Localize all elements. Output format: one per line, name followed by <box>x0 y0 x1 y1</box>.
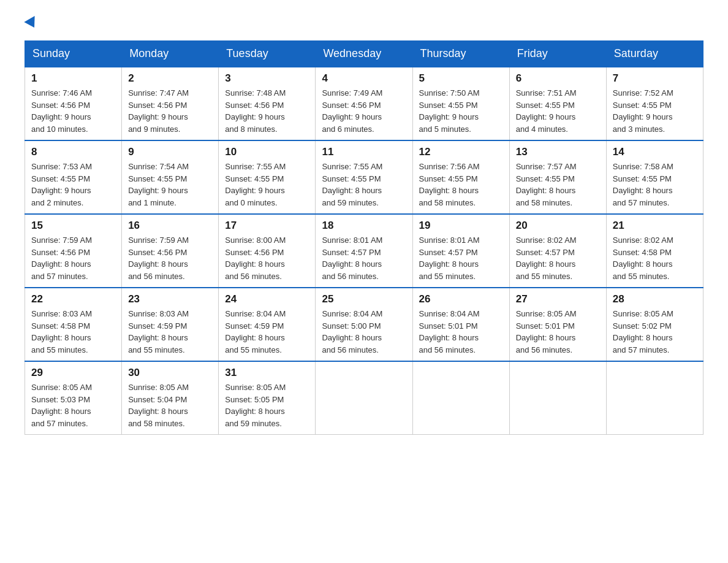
day-number: 25 <box>322 293 406 305</box>
day-info: Sunrise: 7:52 AMSunset: 4:55 PMDaylight:… <box>613 87 697 135</box>
day-info: Sunrise: 8:03 AMSunset: 4:59 PMDaylight:… <box>128 308 212 356</box>
calendar-cell: 16Sunrise: 7:59 AMSunset: 4:56 PMDayligh… <box>122 214 219 288</box>
day-number: 18 <box>322 220 406 232</box>
day-number: 11 <box>322 146 406 158</box>
calendar-cell: 27Sunrise: 8:05 AMSunset: 5:01 PMDayligh… <box>509 288 606 361</box>
day-number: 3 <box>225 72 309 85</box>
day-info: Sunrise: 7:51 AMSunset: 4:55 PMDaylight:… <box>516 87 600 135</box>
day-info: Sunrise: 8:01 AMSunset: 4:57 PMDaylight:… <box>419 234 503 282</box>
day-number: 20 <box>516 220 600 232</box>
day-info: Sunrise: 8:02 AMSunset: 4:57 PMDaylight:… <box>516 234 600 282</box>
day-info: Sunrise: 7:55 AMSunset: 4:55 PMDaylight:… <box>225 161 309 209</box>
day-info: Sunrise: 8:03 AMSunset: 4:58 PMDaylight:… <box>31 308 115 356</box>
day-info: Sunrise: 8:01 AMSunset: 4:57 PMDaylight:… <box>322 234 406 282</box>
page-header <box>25 18 703 28</box>
logo-triangle-icon <box>24 16 39 31</box>
day-info: Sunrise: 8:05 AMSunset: 5:05 PMDaylight:… <box>225 381 309 429</box>
calendar-cell: 30Sunrise: 8:05 AMSunset: 5:04 PMDayligh… <box>122 361 219 435</box>
calendar-cell: 26Sunrise: 8:04 AMSunset: 5:01 PMDayligh… <box>412 288 509 361</box>
week-row-4: 22Sunrise: 8:03 AMSunset: 4:58 PMDayligh… <box>25 288 703 361</box>
day-info: Sunrise: 8:05 AMSunset: 5:02 PMDaylight:… <box>613 308 697 356</box>
day-info: Sunrise: 8:00 AMSunset: 4:56 PMDaylight:… <box>225 234 309 282</box>
calendar-cell: 3Sunrise: 7:48 AMSunset: 4:56 PMDaylight… <box>219 67 316 140</box>
week-row-5: 29Sunrise: 8:05 AMSunset: 5:03 PMDayligh… <box>25 361 703 435</box>
day-number: 12 <box>419 146 503 158</box>
day-number: 21 <box>613 220 697 232</box>
calendar-cell: 2Sunrise: 7:47 AMSunset: 4:56 PMDaylight… <box>122 67 219 140</box>
calendar-cell: 7Sunrise: 7:52 AMSunset: 4:55 PMDaylight… <box>606 67 703 140</box>
calendar-cell: 18Sunrise: 8:01 AMSunset: 4:57 PMDayligh… <box>316 214 412 288</box>
day-number: 2 <box>128 72 212 85</box>
calendar-cell: 12Sunrise: 7:56 AMSunset: 4:55 PMDayligh… <box>412 140 509 214</box>
day-number: 30 <box>128 367 212 379</box>
week-row-2: 8Sunrise: 7:53 AMSunset: 4:55 PMDaylight… <box>25 140 703 214</box>
calendar-cell: 5Sunrise: 7:50 AMSunset: 4:55 PMDaylight… <box>412 67 509 140</box>
calendar-cell: 24Sunrise: 8:04 AMSunset: 4:59 PMDayligh… <box>219 288 316 361</box>
calendar-cell: 29Sunrise: 8:05 AMSunset: 5:03 PMDayligh… <box>25 361 122 435</box>
day-number: 15 <box>31 220 115 232</box>
day-info: Sunrise: 7:46 AMSunset: 4:56 PMDaylight:… <box>31 87 115 135</box>
day-number: 16 <box>128 220 212 232</box>
day-info: Sunrise: 8:04 AMSunset: 5:00 PMDaylight:… <box>322 308 406 356</box>
calendar-cell: 14Sunrise: 7:58 AMSunset: 4:55 PMDayligh… <box>606 140 703 214</box>
day-number: 24 <box>225 293 309 305</box>
day-number: 28 <box>613 293 697 305</box>
calendar-cell: 20Sunrise: 8:02 AMSunset: 4:57 PMDayligh… <box>509 214 606 288</box>
calendar-cell: 8Sunrise: 7:53 AMSunset: 4:55 PMDaylight… <box>25 140 122 214</box>
calendar-cell <box>412 361 509 435</box>
day-info: Sunrise: 7:57 AMSunset: 4:55 PMDaylight:… <box>516 161 600 209</box>
day-info: Sunrise: 7:53 AMSunset: 4:55 PMDaylight:… <box>31 161 115 209</box>
header-wednesday: Wednesday <box>316 41 412 67</box>
day-number: 27 <box>516 293 600 305</box>
day-info: Sunrise: 7:49 AMSunset: 4:56 PMDaylight:… <box>322 87 406 135</box>
day-info: Sunrise: 8:05 AMSunset: 5:04 PMDaylight:… <box>128 381 212 429</box>
day-number: 5 <box>419 72 503 85</box>
calendar-cell: 6Sunrise: 7:51 AMSunset: 4:55 PMDaylight… <box>509 67 606 140</box>
day-number: 6 <box>516 72 600 85</box>
calendar-cell <box>606 361 703 435</box>
calendar-cell <box>509 361 606 435</box>
day-info: Sunrise: 8:05 AMSunset: 5:03 PMDaylight:… <box>31 381 115 429</box>
header-friday: Friday <box>509 41 606 67</box>
day-number: 22 <box>31 293 115 305</box>
calendar-table: SundayMondayTuesdayWednesdayThursdayFrid… <box>25 40 703 435</box>
calendar-cell: 17Sunrise: 8:00 AMSunset: 4:56 PMDayligh… <box>219 214 316 288</box>
day-info: Sunrise: 8:05 AMSunset: 5:01 PMDaylight:… <box>516 308 600 356</box>
day-number: 14 <box>613 146 697 158</box>
day-info: Sunrise: 8:04 AMSunset: 4:59 PMDaylight:… <box>225 308 309 356</box>
calendar-cell: 11Sunrise: 7:55 AMSunset: 4:55 PMDayligh… <box>316 140 412 214</box>
calendar-cell: 15Sunrise: 7:59 AMSunset: 4:56 PMDayligh… <box>25 214 122 288</box>
header-saturday: Saturday <box>606 41 703 67</box>
day-info: Sunrise: 7:56 AMSunset: 4:55 PMDaylight:… <box>419 161 503 209</box>
calendar-cell: 21Sunrise: 8:02 AMSunset: 4:58 PMDayligh… <box>606 214 703 288</box>
day-number: 10 <box>225 146 309 158</box>
header-sunday: Sunday <box>25 41 122 67</box>
calendar-cell: 9Sunrise: 7:54 AMSunset: 4:55 PMDaylight… <box>122 140 219 214</box>
calendar-cell: 28Sunrise: 8:05 AMSunset: 5:02 PMDayligh… <box>606 288 703 361</box>
day-info: Sunrise: 7:55 AMSunset: 4:55 PMDaylight:… <box>322 161 406 209</box>
day-info: Sunrise: 8:02 AMSunset: 4:58 PMDaylight:… <box>613 234 697 282</box>
weekday-header-row: SundayMondayTuesdayWednesdayThursdayFrid… <box>25 41 703 67</box>
day-number: 19 <box>419 220 503 232</box>
calendar-cell: 10Sunrise: 7:55 AMSunset: 4:55 PMDayligh… <box>219 140 316 214</box>
day-number: 29 <box>31 367 115 379</box>
calendar-cell: 25Sunrise: 8:04 AMSunset: 5:00 PMDayligh… <box>316 288 412 361</box>
day-number: 4 <box>322 72 406 85</box>
week-row-3: 15Sunrise: 7:59 AMSunset: 4:56 PMDayligh… <box>25 214 703 288</box>
calendar-cell: 19Sunrise: 8:01 AMSunset: 4:57 PMDayligh… <box>412 214 509 288</box>
day-info: Sunrise: 7:47 AMSunset: 4:56 PMDaylight:… <box>128 87 212 135</box>
logo-line1 <box>25 18 38 28</box>
day-number: 7 <box>613 72 697 85</box>
day-info: Sunrise: 7:59 AMSunset: 4:56 PMDaylight:… <box>31 234 115 282</box>
calendar-cell: 31Sunrise: 8:05 AMSunset: 5:05 PMDayligh… <box>219 361 316 435</box>
day-info: Sunrise: 7:59 AMSunset: 4:56 PMDaylight:… <box>128 234 212 282</box>
header-tuesday: Tuesday <box>219 41 316 67</box>
day-info: Sunrise: 8:04 AMSunset: 5:01 PMDaylight:… <box>419 308 503 356</box>
day-info: Sunrise: 7:50 AMSunset: 4:55 PMDaylight:… <box>419 87 503 135</box>
calendar-cell <box>316 361 412 435</box>
day-info: Sunrise: 7:54 AMSunset: 4:55 PMDaylight:… <box>128 161 212 209</box>
day-number: 26 <box>419 293 503 305</box>
week-row-1: 1Sunrise: 7:46 AMSunset: 4:56 PMDaylight… <box>25 67 703 140</box>
day-number: 8 <box>31 146 115 158</box>
logo <box>25 18 38 28</box>
